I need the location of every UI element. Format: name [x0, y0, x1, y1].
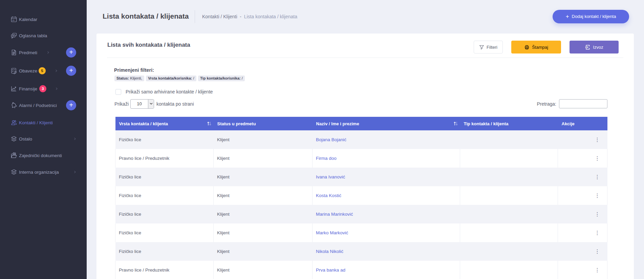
- svg-text:15: 15: [12, 19, 15, 21]
- svg-text:XLS: XLS: [586, 47, 588, 48]
